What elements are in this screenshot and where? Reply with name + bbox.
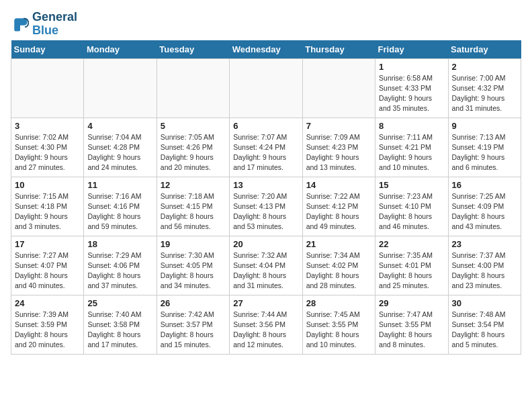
calendar-cell: 27Sunrise: 7:44 AMSunset: 3:56 PMDayligh… (230, 295, 302, 354)
day-info: Sunrise: 7:42 AMSunset: 3:57 PMDaylight:… (161, 310, 226, 351)
calendar-table: SundayMondayTuesdayWednesdayThursdayFrid… (11, 40, 521, 355)
calendar-cell: 23Sunrise: 7:37 AMSunset: 4:00 PMDayligh… (448, 236, 521, 295)
calendar-cell: 7Sunrise: 7:09 AMSunset: 4:23 PMDaylight… (302, 118, 375, 177)
calendar-cell: 10Sunrise: 7:15 AMSunset: 4:18 PMDayligh… (11, 177, 84, 236)
calendar-cell (230, 58, 302, 118)
day-info: Sunrise: 7:22 AMSunset: 4:12 PMDaylight:… (306, 191, 371, 232)
day-number: 12 (161, 180, 226, 190)
day-number: 3 (15, 121, 80, 131)
day-info: Sunrise: 7:25 AMSunset: 4:09 PMDaylight:… (452, 191, 517, 232)
day-number: 8 (379, 121, 444, 131)
calendar-weekday-saturday: Saturday (448, 40, 521, 59)
day-number: 7 (306, 121, 371, 131)
calendar-cell: 3Sunrise: 7:02 AMSunset: 4:30 PMDaylight… (11, 118, 84, 177)
calendar-cell: 18Sunrise: 7:29 AMSunset: 4:06 PMDayligh… (84, 236, 157, 295)
day-info: Sunrise: 7:48 AMSunset: 3:54 PMDaylight:… (452, 310, 517, 351)
calendar-cell: 2Sunrise: 7:00 AMSunset: 4:32 PMDaylight… (448, 58, 521, 118)
day-info: Sunrise: 7:37 AMSunset: 4:00 PMDaylight:… (452, 250, 517, 291)
calendar-body: 1Sunrise: 6:58 AMSunset: 4:33 PMDaylight… (11, 58, 521, 354)
day-info: Sunrise: 7:20 AMSunset: 4:13 PMDaylight:… (233, 191, 298, 232)
day-number: 18 (87, 239, 152, 249)
calendar-cell: 5Sunrise: 7:05 AMSunset: 4:26 PMDaylight… (157, 118, 229, 177)
day-info: Sunrise: 7:47 AMSunset: 3:55 PMDaylight:… (379, 310, 444, 351)
day-number: 11 (87, 180, 152, 190)
day-info: Sunrise: 7:34 AMSunset: 4:02 PMDaylight:… (306, 250, 371, 291)
day-info: Sunrise: 7:00 AMSunset: 4:32 PMDaylight:… (452, 73, 517, 114)
day-info: Sunrise: 7:45 AMSunset: 3:55 PMDaylight:… (306, 310, 371, 351)
day-info: Sunrise: 7:15 AMSunset: 4:18 PMDaylight:… (15, 191, 80, 232)
calendar-cell: 20Sunrise: 7:32 AMSunset: 4:04 PMDayligh… (230, 236, 302, 295)
calendar-cell (157, 58, 229, 118)
day-info: Sunrise: 7:07 AMSunset: 4:24 PMDaylight:… (233, 132, 298, 173)
calendar-cell: 12Sunrise: 7:18 AMSunset: 4:15 PMDayligh… (157, 177, 229, 236)
calendar-cell: 19Sunrise: 7:30 AMSunset: 4:05 PMDayligh… (157, 236, 229, 295)
calendar-cell: 11Sunrise: 7:16 AMSunset: 4:16 PMDayligh… (84, 177, 157, 236)
day-info: Sunrise: 7:04 AMSunset: 4:28 PMDaylight:… (87, 132, 152, 173)
day-number: 29 (379, 298, 444, 308)
day-number: 24 (15, 298, 80, 308)
day-number: 4 (87, 121, 152, 131)
day-number: 2 (452, 62, 517, 72)
calendar-week-5: 24Sunrise: 7:39 AMSunset: 3:59 PMDayligh… (11, 295, 521, 354)
logo-text: General Blue (32, 11, 77, 38)
day-info: Sunrise: 7:16 AMSunset: 4:16 PMDaylight:… (87, 191, 152, 232)
day-number: 14 (306, 180, 371, 190)
day-info: Sunrise: 7:11 AMSunset: 4:21 PMDaylight:… (379, 132, 444, 173)
calendar-cell (302, 58, 375, 118)
day-info: Sunrise: 7:13 AMSunset: 4:19 PMDaylight:… (452, 132, 517, 173)
calendar-cell: 26Sunrise: 7:42 AMSunset: 3:57 PMDayligh… (157, 295, 229, 354)
day-number: 28 (306, 298, 371, 308)
day-number: 27 (233, 298, 298, 308)
calendar-cell: 24Sunrise: 7:39 AMSunset: 3:59 PMDayligh… (11, 295, 84, 354)
calendar-weekday-monday: Monday (84, 40, 157, 59)
day-number: 15 (379, 180, 444, 190)
day-number: 19 (161, 239, 226, 249)
calendar-cell: 13Sunrise: 7:20 AMSunset: 4:13 PMDayligh… (230, 177, 302, 236)
calendar-cell: 15Sunrise: 7:23 AMSunset: 4:10 PMDayligh… (375, 177, 448, 236)
calendar-weekday-sunday: Sunday (11, 40, 84, 59)
calendar-cell: 9Sunrise: 7:13 AMSunset: 4:19 PMDaylight… (448, 118, 521, 177)
day-info: Sunrise: 7:02 AMSunset: 4:30 PMDaylight:… (15, 132, 80, 173)
day-number: 13 (233, 180, 298, 190)
day-info: Sunrise: 7:40 AMSunset: 3:58 PMDaylight:… (87, 310, 152, 351)
page-header: General Blue (11, 11, 521, 38)
day-number: 16 (452, 180, 517, 190)
day-number: 25 (87, 298, 152, 308)
calendar-weekday-thursday: Thursday (302, 40, 375, 59)
day-number: 23 (452, 239, 517, 249)
calendar-week-2: 3Sunrise: 7:02 AMSunset: 4:30 PMDaylight… (11, 118, 521, 177)
calendar-cell: 22Sunrise: 7:35 AMSunset: 4:01 PMDayligh… (375, 236, 448, 295)
calendar-cell: 25Sunrise: 7:40 AMSunset: 3:58 PMDayligh… (84, 295, 157, 354)
day-info: Sunrise: 7:23 AMSunset: 4:10 PMDaylight:… (379, 191, 444, 232)
day-info: Sunrise: 6:58 AMSunset: 4:33 PMDaylight:… (379, 73, 444, 114)
calendar-weekday-tuesday: Tuesday (157, 40, 229, 59)
calendar-cell: 6Sunrise: 7:07 AMSunset: 4:24 PMDaylight… (230, 118, 302, 177)
day-info: Sunrise: 7:09 AMSunset: 4:23 PMDaylight:… (306, 132, 371, 173)
calendar-cell: 14Sunrise: 7:22 AMSunset: 4:12 PMDayligh… (302, 177, 375, 236)
logo: General Blue (11, 11, 77, 38)
day-number: 10 (15, 180, 80, 190)
day-info: Sunrise: 7:32 AMSunset: 4:04 PMDaylight:… (233, 250, 298, 291)
calendar-cell: 16Sunrise: 7:25 AMSunset: 4:09 PMDayligh… (448, 177, 521, 236)
calendar-week-3: 10Sunrise: 7:15 AMSunset: 4:18 PMDayligh… (11, 177, 521, 236)
day-info: Sunrise: 7:30 AMSunset: 4:05 PMDaylight:… (161, 250, 226, 291)
day-number: 9 (452, 121, 517, 131)
calendar-cell: 29Sunrise: 7:47 AMSunset: 3:55 PMDayligh… (375, 295, 448, 354)
day-info: Sunrise: 7:27 AMSunset: 4:07 PMDaylight:… (15, 250, 80, 291)
day-number: 21 (306, 239, 371, 249)
calendar-cell: 21Sunrise: 7:34 AMSunset: 4:02 PMDayligh… (302, 236, 375, 295)
day-number: 1 (379, 62, 444, 72)
calendar-cell: 28Sunrise: 7:45 AMSunset: 3:55 PMDayligh… (302, 295, 375, 354)
day-info: Sunrise: 7:44 AMSunset: 3:56 PMDaylight:… (233, 310, 298, 351)
calendar-header: SundayMondayTuesdayWednesdayThursdayFrid… (11, 40, 521, 59)
day-number: 22 (379, 239, 444, 249)
day-number: 17 (15, 239, 80, 249)
calendar-cell: 4Sunrise: 7:04 AMSunset: 4:28 PMDaylight… (84, 118, 157, 177)
day-info: Sunrise: 7:29 AMSunset: 4:06 PMDaylight:… (87, 250, 152, 291)
calendar-cell: 17Sunrise: 7:27 AMSunset: 4:07 PMDayligh… (11, 236, 84, 295)
calendar-cell (11, 58, 84, 118)
calendar-cell: 8Sunrise: 7:11 AMSunset: 4:21 PMDaylight… (375, 118, 448, 177)
day-number: 5 (161, 121, 226, 131)
day-info: Sunrise: 7:35 AMSunset: 4:01 PMDaylight:… (379, 250, 444, 291)
day-number: 30 (452, 298, 517, 308)
